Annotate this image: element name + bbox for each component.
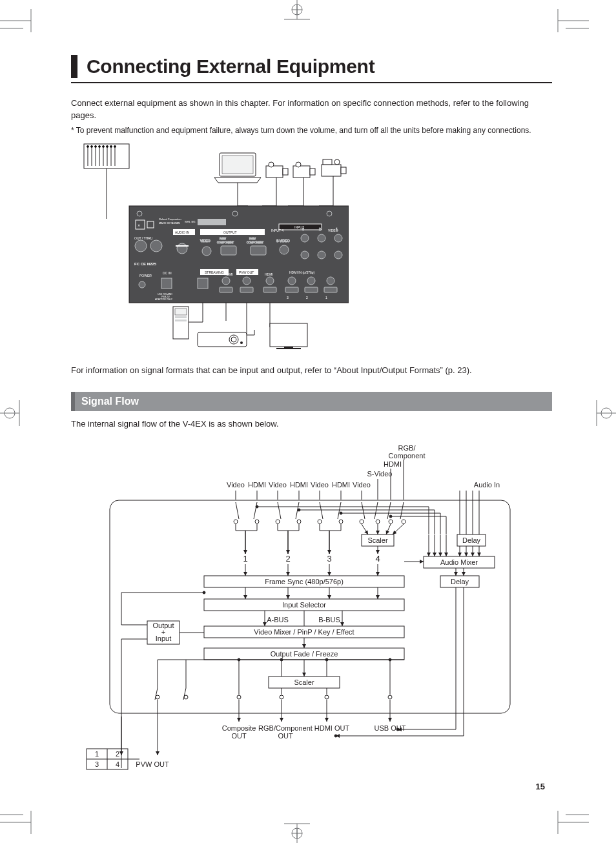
svg-point-63 xyxy=(334,234,342,242)
svg-text:3: 3 xyxy=(95,760,99,768)
svg-text:STREAMING: STREAMING xyxy=(205,270,224,274)
svg-text:✕: ✕ xyxy=(138,223,140,227)
svg-text:PVW OUT: PVW OUT xyxy=(239,270,254,274)
svg-text:AUDIO IN: AUDIO IN xyxy=(175,230,190,234)
svg-line-144 xyxy=(362,502,365,519)
page: Connecting External Equipment Connect ex… xyxy=(0,0,616,843)
svg-rect-102 xyxy=(175,309,187,315)
page-number: 15 xyxy=(536,782,545,791)
svg-text:OUT / THRU: OUT / THRU xyxy=(134,236,153,240)
svg-line-138 xyxy=(320,502,323,519)
svg-text:A-BUS: A-BUS xyxy=(267,616,289,624)
svg-text:Scaler: Scaler xyxy=(294,678,314,686)
svg-text:PVW OUT: PVW OUT xyxy=(136,760,169,768)
svg-point-13 xyxy=(103,145,105,147)
svg-point-225 xyxy=(238,658,240,661)
svg-text:RGB/: RGB/ xyxy=(220,237,227,240)
svg-point-66 xyxy=(334,251,342,259)
laptop-icon xyxy=(214,153,261,183)
page-title: Connecting External Equipment xyxy=(87,56,375,77)
svg-point-16 xyxy=(114,145,116,147)
svg-point-161 xyxy=(389,515,392,518)
svg-point-212 xyxy=(280,695,283,699)
svg-line-147 xyxy=(375,502,378,519)
svg-point-160 xyxy=(340,512,342,514)
svg-point-50 xyxy=(177,243,187,254)
svg-text:Audio In: Audio In xyxy=(474,481,500,489)
svg-rect-18 xyxy=(222,156,253,174)
crop-mark-bc xyxy=(278,817,316,843)
svg-text:S-VIDEO: S-VIDEO xyxy=(276,239,290,243)
crop-mark-lc xyxy=(0,397,26,429)
title-wrap: Connecting External Equipment xyxy=(71,55,552,83)
svg-text:RGB/: RGB/ xyxy=(249,237,256,240)
svg-text:VIDEO: VIDEO xyxy=(200,239,210,243)
svg-point-106 xyxy=(229,335,238,344)
svg-text:Component: Component xyxy=(389,452,426,460)
svg-rect-27 xyxy=(323,159,332,165)
svg-text:SER. NO.: SER. NO. xyxy=(185,220,196,223)
signal-flow-intro: The internal signal flow of the V-4EX is… xyxy=(71,419,552,429)
flow-top-labels: Video HDMI Video HDMI Video HDMI Video S… xyxy=(227,444,500,489)
title-bar-icon xyxy=(71,55,77,78)
footnote-text: * To prevent malfunction and equipment f… xyxy=(71,126,552,135)
svg-point-64 xyxy=(301,251,309,259)
svg-rect-105 xyxy=(198,332,247,347)
crop-mark-tl xyxy=(0,9,39,32)
svg-text:HDMI: HDMI xyxy=(225,272,233,276)
svg-point-88 xyxy=(243,277,251,285)
svg-rect-104 xyxy=(175,320,187,321)
flow-inputs xyxy=(234,460,406,523)
svg-rect-91 xyxy=(263,287,276,292)
svg-text:4: 4 xyxy=(375,554,380,564)
svg-point-49 xyxy=(150,240,162,252)
svg-point-11 xyxy=(95,145,97,147)
intro-text: Connect external equipment as shown in t… xyxy=(71,97,552,122)
svg-text:2: 2 xyxy=(285,554,290,564)
svg-text:COMPONENT: COMPONENT xyxy=(247,241,264,244)
svg-text:OUT: OUT xyxy=(278,732,293,740)
svg-text:MADE IN TAIWAN: MADE IN TAIWAN xyxy=(159,221,180,225)
svg-point-14 xyxy=(107,145,108,147)
svg-text:Video: Video xyxy=(227,481,245,489)
crop-mark-br xyxy=(550,811,589,834)
svg-rect-22 xyxy=(293,166,310,178)
crop-mark-bl xyxy=(0,811,39,834)
svg-point-134 xyxy=(297,520,301,523)
svg-point-86 xyxy=(222,277,230,285)
svg-rect-26 xyxy=(341,167,346,174)
connection-diagram: ✕ AUDIO IN OUTPUT INPUT OUT / THRU Rolan… xyxy=(71,141,349,358)
svg-text:Audio Mixer: Audio Mixer xyxy=(440,558,478,566)
svg-text:2: 2 xyxy=(319,227,321,231)
svg-text:HDMI IN (p/576p): HDMI IN (p/576p) xyxy=(289,270,315,274)
svg-point-90 xyxy=(266,277,274,285)
svg-text:FC CE  N225: FC CE N225 xyxy=(134,262,157,266)
svg-point-204 xyxy=(203,591,205,594)
svg-rect-97 xyxy=(324,287,337,292)
camera-icon-2 xyxy=(293,162,315,178)
svg-text:HDMI OUT: HDMI OUT xyxy=(314,724,350,732)
svg-rect-87 xyxy=(220,287,232,292)
svg-rect-56 xyxy=(251,246,266,255)
svg-rect-89 xyxy=(240,287,253,292)
svg-rect-45 xyxy=(198,219,226,225)
svg-point-128 xyxy=(255,520,259,523)
svg-point-51 xyxy=(202,247,211,256)
flow-output-labels: CompositeOUT RGB/ComponentOUT HDMI OUT U… xyxy=(136,724,406,768)
svg-point-108 xyxy=(240,341,243,344)
svg-point-149 xyxy=(389,520,393,523)
svg-point-226 xyxy=(280,658,283,661)
svg-point-80 xyxy=(139,281,145,288)
svg-text:DC IN: DC IN xyxy=(163,271,172,275)
svg-text:RGB/: RGB/ xyxy=(398,444,416,452)
svg-text:ADAPTOR ONLY: ADAPTOR ONLY xyxy=(155,298,173,301)
svg-line-166 xyxy=(386,524,391,534)
svg-text:INPUT 4: INPUT 4 xyxy=(271,229,283,232)
svg-text:HDMI: HDMI xyxy=(384,460,402,468)
svg-line-129 xyxy=(254,502,257,519)
svg-text:Video: Video xyxy=(269,481,287,489)
svg-text:1: 1 xyxy=(95,750,99,758)
svg-point-10 xyxy=(91,145,93,147)
svg-rect-110 xyxy=(276,348,301,349)
svg-text:Video Mixer / PinP / Key / Eff: Video Mixer / PinP / Key / Effect xyxy=(254,628,354,636)
